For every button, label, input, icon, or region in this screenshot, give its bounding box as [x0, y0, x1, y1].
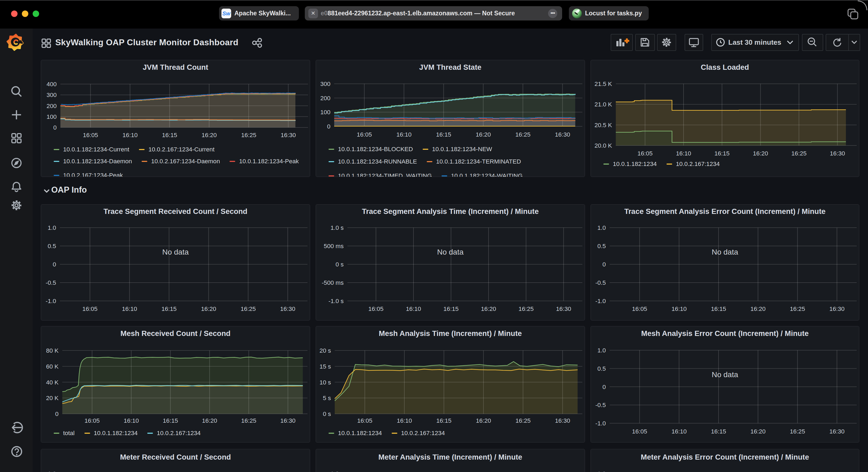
svg-text:-0.5: -0.5: [595, 279, 606, 286]
svg-text:16:15: 16:15: [443, 305, 459, 312]
svg-text:0.5: 0.5: [48, 243, 56, 249]
svg-text:500 ms: 500 ms: [324, 243, 344, 249]
svg-text:16:05: 16:05: [638, 150, 652, 157]
svg-text:16:15: 16:15: [436, 131, 451, 138]
svg-text:0: 0: [602, 384, 606, 391]
svg-text:16:30: 16:30: [280, 305, 296, 312]
svg-text:1.0: 1.0: [597, 225, 606, 231]
svg-text:400: 400: [46, 81, 57, 88]
svg-text:16:20: 16:20: [201, 305, 216, 312]
svg-text:40 K: 40 K: [46, 379, 59, 386]
svg-text:16:20: 16:20: [753, 150, 768, 157]
svg-text:16:05: 16:05: [632, 305, 647, 312]
svg-text:16:30: 16:30: [830, 305, 844, 312]
svg-text:16:10: 16:10: [124, 417, 138, 424]
svg-text:-1.0: -1.0: [595, 420, 606, 427]
svg-text:0 s: 0 s: [336, 261, 344, 268]
svg-text:Last 30 minutes: Last 30 minutes: [728, 38, 781, 46]
svg-text:80 K: 80 K: [46, 347, 59, 354]
svg-text:16:15: 16:15: [711, 305, 726, 312]
svg-text:16:20: 16:20: [750, 305, 766, 312]
svg-text:0: 0: [53, 261, 56, 268]
svg-text:100: 100: [46, 113, 57, 120]
svg-text:16:25: 16:25: [519, 305, 533, 312]
svg-text:-1.0: -1.0: [595, 298, 606, 304]
svg-text:16:05: 16:05: [85, 417, 99, 424]
svg-text:0: 0: [327, 123, 331, 130]
svg-text:0 s: 0 s: [323, 411, 331, 417]
svg-text:16:25: 16:25: [790, 428, 805, 435]
svg-text:No data: No data: [712, 370, 738, 379]
svg-text:1.0 s: 1.0 s: [331, 470, 344, 472]
svg-text:20.5 K: 20.5 K: [594, 122, 612, 129]
svg-text:10 s: 10 s: [319, 379, 331, 386]
svg-text:0: 0: [53, 124, 57, 131]
svg-text:16:30: 16:30: [556, 305, 571, 312]
svg-text:-1.0 s: -1.0 s: [329, 298, 344, 304]
svg-text:16:05: 16:05: [357, 131, 372, 138]
svg-text:16:25: 16:25: [790, 305, 805, 312]
svg-text:1.0: 1.0: [597, 470, 606, 472]
svg-text:16:30: 16:30: [830, 428, 844, 435]
svg-text:0.5: 0.5: [597, 365, 606, 372]
svg-text:21.5 K: 21.5 K: [594, 80, 612, 87]
svg-text:20.0 K: 20.0 K: [594, 142, 612, 149]
svg-text:16:15: 16:15: [161, 305, 177, 312]
svg-text:16:10: 16:10: [671, 428, 686, 435]
svg-text:0.5: 0.5: [597, 243, 606, 249]
svg-text:60 K: 60 K: [46, 363, 59, 370]
svg-text:-1.0: -1.0: [45, 298, 56, 304]
svg-text:16:15: 16:15: [436, 417, 452, 424]
svg-text:16:25: 16:25: [792, 150, 806, 157]
svg-text:0: 0: [602, 261, 606, 268]
svg-text:-500 ms: -500 ms: [322, 279, 344, 286]
svg-text:16:30: 16:30: [555, 417, 570, 424]
svg-text:16:15: 16:15: [715, 150, 730, 157]
svg-text:1.0: 1.0: [48, 470, 56, 472]
svg-text:16:05: 16:05: [83, 132, 98, 138]
svg-text:16:15: 16:15: [162, 132, 177, 138]
svg-text:16:15: 16:15: [163, 417, 178, 424]
svg-text:16:30: 16:30: [280, 417, 296, 424]
svg-text:16:30: 16:30: [555, 131, 570, 138]
svg-text:No data: No data: [162, 248, 189, 256]
svg-text:5 s: 5 s: [323, 395, 331, 401]
svg-text:16:20: 16:20: [202, 417, 217, 424]
svg-text:16:10: 16:10: [397, 131, 412, 138]
svg-text:16:05: 16:05: [632, 428, 647, 435]
svg-text:16:10: 16:10: [122, 132, 137, 138]
svg-text:16:05: 16:05: [82, 305, 97, 312]
svg-text:16:10: 16:10: [406, 305, 421, 312]
svg-text:16:30: 16:30: [830, 150, 845, 157]
svg-text:16:25: 16:25: [241, 305, 256, 312]
svg-text:1.0: 1.0: [597, 347, 606, 354]
svg-text:16:20: 16:20: [476, 417, 491, 424]
svg-text:16:30: 16:30: [281, 132, 296, 138]
svg-text:16:10: 16:10: [671, 305, 686, 312]
svg-text:300: 300: [46, 92, 57, 98]
svg-text:16:05: 16:05: [368, 305, 383, 312]
svg-text:20 K: 20 K: [46, 395, 59, 401]
svg-text:-0.5: -0.5: [45, 279, 56, 286]
svg-text:16:20: 16:20: [481, 305, 496, 312]
svg-text:20 s: 20 s: [319, 347, 331, 354]
svg-text:15 s: 15 s: [319, 363, 331, 370]
svg-text:16:05: 16:05: [357, 417, 372, 424]
svg-text:16:20: 16:20: [475, 131, 491, 138]
svg-text:200: 200: [46, 103, 57, 109]
svg-text:300: 300: [320, 80, 331, 87]
svg-text:No data: No data: [712, 248, 738, 256]
svg-text:16:25: 16:25: [515, 131, 530, 138]
svg-text:-0.5: -0.5: [595, 402, 606, 408]
svg-text:1.0 s: 1.0 s: [331, 225, 344, 231]
svg-text:16:10: 16:10: [397, 417, 412, 424]
svg-text:200: 200: [320, 95, 331, 102]
svg-text:0: 0: [55, 411, 59, 417]
svg-text:16:25: 16:25: [241, 417, 256, 424]
svg-text:16:20: 16:20: [202, 132, 217, 138]
svg-text:16:25: 16:25: [241, 132, 256, 138]
svg-text:1.0: 1.0: [48, 225, 56, 231]
svg-text:100: 100: [320, 109, 331, 115]
svg-text:16:10: 16:10: [122, 305, 137, 312]
svg-text:16:15: 16:15: [711, 428, 726, 435]
